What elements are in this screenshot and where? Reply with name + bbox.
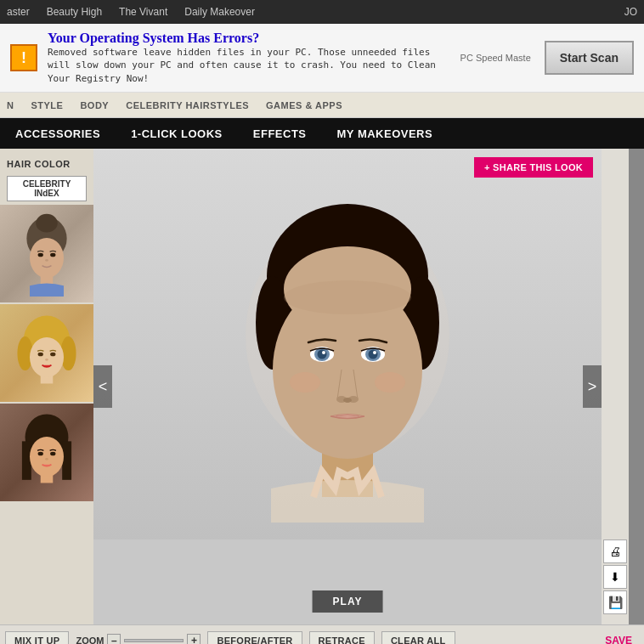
nav-my-makeovers[interactable]: MY MAKEOVERS <box>322 118 449 149</box>
svg-point-37 <box>369 350 378 359</box>
next-arrow[interactable]: > <box>583 365 602 408</box>
svg-point-20 <box>38 451 43 455</box>
bottom-toolbar: MIX IT UP ZOOM – + BEFORE/AFTER RETRACE … <box>0 624 644 644</box>
celebrity-face-2 <box>13 311 81 396</box>
svg-point-5 <box>50 252 55 257</box>
join-link[interactable]: JO <box>624 6 637 18</box>
nav-effects[interactable]: EFFECTS <box>238 118 322 149</box>
main-face-svg <box>203 166 492 523</box>
nav-beauty-high[interactable]: Beauty High <box>47 6 102 18</box>
nav-aster[interactable]: aster <box>7 6 30 18</box>
center-display-area: + SHARE THIS LOOK < <box>93 149 602 624</box>
ad-text-block: Your Operating System Has Errors? Remove… <box>48 31 450 85</box>
zoom-control: ZOOM – + <box>76 634 201 644</box>
zoom-minus-button[interactable]: – <box>107 634 121 644</box>
mix-it-up-button[interactable]: MIX IT UP <box>5 631 69 644</box>
svg-rect-17 <box>62 441 71 479</box>
hair-color-title: HAIR COLOR <box>0 155 93 172</box>
svg-point-4 <box>38 252 43 257</box>
svg-point-38 <box>373 351 376 354</box>
nav-body[interactable]: BODY <box>80 100 109 110</box>
nav-daily-makeover[interactable]: Daily Makeover <box>184 6 255 18</box>
svg-point-34 <box>322 351 325 354</box>
face-preview-display <box>93 149 602 539</box>
celebrity-card-2[interactable] <box>0 304 93 402</box>
svg-point-43 <box>375 372 405 393</box>
celebrity-card-3[interactable] <box>0 404 93 501</box>
nav-games-apps[interactable]: GAMES & APPS <box>266 100 342 110</box>
save-icon[interactable]: 💾 <box>603 590 627 614</box>
top-navigation: aster Beauty High The Vivant Daily Makeo… <box>0 0 644 24</box>
sidebar: HAIR COLOR CELEBRITY INdEX <box>0 149 93 624</box>
zoom-plus-button[interactable]: + <box>187 634 201 644</box>
svg-point-30 <box>284 280 411 314</box>
svg-point-21 <box>50 451 55 455</box>
svg-rect-16 <box>22 441 31 479</box>
start-scan-button[interactable]: Start Scan <box>545 41 634 75</box>
warning-icon: ! <box>10 44 37 71</box>
celebrity-face-3 <box>13 410 81 495</box>
download-icon[interactable]: ⬇ <box>603 565 627 589</box>
print-icon[interactable]: 🖨 <box>603 539 627 563</box>
nav-style[interactable]: STYLE <box>31 100 63 110</box>
right-panel-icons: 🖨 ⬇ 💾 <box>602 149 629 624</box>
celebrity-face-1 <box>13 212 81 297</box>
zoom-slider[interactable] <box>124 639 184 642</box>
share-look-button[interactable]: + SHARE THIS LOOK <box>474 157 593 178</box>
before-after-button[interactable]: BEFORE/AFTER <box>207 631 302 644</box>
svg-point-41 <box>343 398 352 403</box>
ad-body: Removed software leave hidden files in y… <box>48 46 450 85</box>
main-navigation: ACCESSORIES 1-CLICK LOOKS EFFECTS MY MAK… <box>0 118 644 149</box>
svg-point-3 <box>30 238 64 278</box>
svg-point-12 <box>38 352 43 356</box>
previous-arrow[interactable]: < <box>93 365 112 408</box>
svg-point-19 <box>30 437 64 477</box>
second-navigation: N STYLE BODY CELEBRITY HAIRSTYLES GAMES … <box>0 93 644 118</box>
celebrity-index-button[interactable]: CELEBRITY INdEX <box>7 176 87 201</box>
advertisement-bar: ! Your Operating System Has Errors? Remo… <box>0 24 644 93</box>
nav-celebrity-hairstyles[interactable]: CELEBRITY HAIRSTYLES <box>126 100 249 110</box>
svg-point-42 <box>290 372 320 393</box>
pc-speed-label: PC Speed Maste <box>460 53 531 63</box>
retrace-button[interactable]: RETRACE <box>309 631 375 644</box>
play-button[interactable]: PLAY <box>313 590 383 613</box>
svg-point-22 <box>45 458 48 460</box>
celebrity-card-1[interactable] <box>0 205 93 302</box>
far-right-strip <box>629 149 644 624</box>
ad-headline: Your Operating System Has Errors? <box>48 31 450 46</box>
svg-point-33 <box>318 350 327 359</box>
nav-n[interactable]: N <box>7 100 14 110</box>
svg-point-14 <box>45 359 48 361</box>
svg-point-6 <box>45 259 48 262</box>
zoom-label: ZOOM <box>76 636 104 644</box>
svg-point-11 <box>30 337 64 377</box>
svg-point-13 <box>50 352 55 356</box>
svg-point-1 <box>36 213 57 232</box>
save-button[interactable]: SAVE <box>598 631 639 644</box>
main-content-area: HAIR COLOR CELEBRITY INdEX <box>0 149 644 624</box>
nav-accessories[interactable]: ACCESSORIES <box>0 118 116 149</box>
clear-all-button[interactable]: CLEAR ALL <box>381 631 455 644</box>
nav-the-vivant[interactable]: The Vivant <box>119 6 167 18</box>
nav-1click-looks[interactable]: 1-CLICK LOOKS <box>116 118 238 149</box>
